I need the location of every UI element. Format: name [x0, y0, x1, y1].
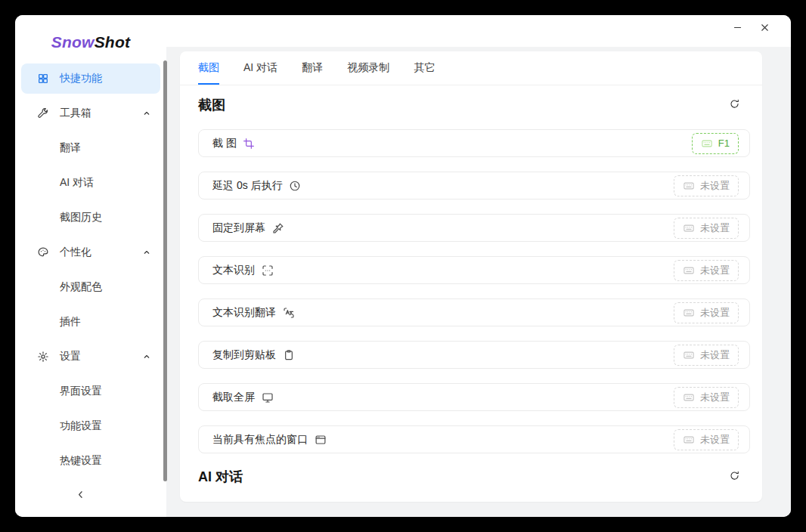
- tab-screenshot[interactable]: 截图: [198, 61, 219, 85]
- refresh-icon: [729, 98, 740, 112]
- section-title: AI 对话: [198, 468, 243, 486]
- titlebar[interactable]: [166, 15, 791, 47]
- hotkey-value: 未设置: [700, 179, 730, 193]
- hotkey-badge-ocr-translate[interactable]: 未设置: [674, 302, 739, 323]
- hotkey-value: 未设置: [700, 264, 730, 277]
- section-header-ai-chat: AI 对话: [198, 468, 742, 486]
- sidebar: SnowShot 快捷功能工具箱翻译AI 对话截图历史个性化外观配色插件设置界面…: [15, 15, 166, 517]
- sidebar-scrollbar[interactable]: [163, 60, 167, 481]
- hotkey-row-delayed-capture[interactable]: 延迟 0s 后执行未设置: [198, 172, 750, 200]
- hotkey-badge-focused-window[interactable]: 未设置: [674, 429, 739, 450]
- hotkey-row-label: 当前具有焦点的窗口: [212, 433, 308, 447]
- hotkey-value: 未设置: [700, 391, 730, 404]
- sidebar-item-plugins[interactable]: 插件: [21, 307, 160, 337]
- sidebar-item-label: 热键设置: [60, 454, 102, 468]
- sidebar-item-screenshot-history[interactable]: 截图历史: [21, 203, 160, 233]
- keyboard-icon: [683, 434, 695, 446]
- minimize-button[interactable]: [732, 22, 752, 40]
- chevron-up-icon[interactable]: [142, 352, 151, 361]
- close-button[interactable]: [759, 22, 779, 40]
- refresh-icon: [729, 470, 740, 484]
- gear-icon: [36, 350, 50, 363]
- hotkey-row-label: 固定到屏幕: [212, 221, 265, 235]
- monitor-icon: [261, 391, 274, 404]
- hotkey-badge-copy-clipboard[interactable]: 未设置: [674, 345, 739, 366]
- keyboard-icon: [683, 180, 695, 192]
- sidebar-item-label: 快捷功能: [60, 72, 102, 85]
- collapse-sidebar-button[interactable]: [75, 489, 105, 512]
- palette-icon: [36, 246, 50, 259]
- ocr-translate-icon: [282, 306, 295, 319]
- keyboard-icon: [683, 391, 695, 404]
- sidebar-item-label: 翻译: [60, 141, 81, 155]
- hotkey-value: 未设置: [700, 433, 730, 447]
- pin-icon: [271, 221, 284, 234]
- keyboard-icon: [683, 349, 695, 361]
- tab-video-record[interactable]: 视频录制: [347, 61, 389, 85]
- sidebar-footer: [15, 484, 164, 517]
- chevron-up-icon[interactable]: [142, 248, 151, 257]
- refresh-hotkeys-button[interactable]: [726, 469, 742, 485]
- screen-background: 截图AI 对话翻译视频录制其它 截图截 图F1延迟 0s 后执行未设置固定到屏幕…: [0, 0, 806, 532]
- tab-other[interactable]: 其它: [414, 61, 435, 85]
- hotkey-row-label: 复制到剪贴板: [212, 348, 276, 362]
- sidebar-item-toolbox[interactable]: 工具箱: [21, 98, 160, 128]
- hotkey-value: 未设置: [700, 348, 730, 362]
- chevron-up-icon[interactable]: [142, 109, 151, 118]
- sidebar-item-personalization[interactable]: 个性化: [21, 237, 160, 268]
- sidebar-item-label: 外观配色: [60, 280, 102, 294]
- sidebar-item-label: 截图历史: [60, 211, 102, 224]
- minimize-icon: [732, 22, 752, 40]
- main-content-area: 截图AI 对话翻译视频录制其它 截图截 图F1延迟 0s 后执行未设置固定到屏幕…: [166, 47, 791, 517]
- chevron-left-icon: [75, 489, 105, 512]
- grid-icon: [36, 72, 50, 85]
- sidebar-item-label: 设置: [60, 350, 81, 363]
- snowshot-window: 截图AI 对话翻译视频录制其它 截图截 图F1延迟 0s 后执行未设置固定到屏幕…: [15, 15, 791, 517]
- hotkey-row-label: 截 图: [212, 137, 237, 150]
- tool-icon: [36, 107, 50, 120]
- sidebar-item-ai-chat[interactable]: AI 对话: [21, 168, 160, 198]
- keyboard-icon: [683, 307, 695, 319]
- hotkey-row-focused-window[interactable]: 当前具有焦点的窗口未设置: [198, 425, 750, 453]
- sidebar-item-function-settings[interactable]: 功能设置: [21, 411, 160, 441]
- clipboard-icon: [282, 348, 295, 361]
- hotkey-badge-delayed-capture[interactable]: 未设置: [674, 175, 739, 196]
- hotkey-row-ocr[interactable]: 文本识别未设置: [198, 256, 750, 284]
- hotkey-badge-capture[interactable]: F1: [692, 133, 739, 154]
- sidebar-item-label: 插件: [60, 315, 81, 329]
- sidebar-item-label: 界面设置: [60, 385, 102, 398]
- crop-icon: [243, 137, 256, 150]
- refresh-hotkeys-button[interactable]: [726, 97, 742, 113]
- hotkey-badge-pin-to-screen[interactable]: 未设置: [674, 218, 739, 239]
- tab-translate[interactable]: 翻译: [302, 61, 323, 85]
- hotkey-settings-card: 截图AI 对话翻译视频录制其它 截图截 图F1延迟 0s 后执行未设置固定到屏幕…: [180, 51, 762, 502]
- sidebar-item-label: 个性化: [60, 246, 91, 259]
- hotkey-row-label: 延迟 0s 后执行: [212, 179, 283, 193]
- hotkey-value: 未设置: [700, 306, 730, 320]
- hotkey-row-label: 文本识别: [212, 264, 255, 277]
- hotkey-row-capture[interactable]: 截 图F1: [198, 129, 750, 157]
- sidebar-item-settings[interactable]: 设置: [21, 342, 160, 372]
- sidebar-item-ui-settings[interactable]: 界面设置: [21, 376, 160, 407]
- hotkey-badge-full-screen[interactable]: 未设置: [674, 387, 739, 408]
- sidebar-item-appearance-color[interactable]: 外观配色: [21, 272, 160, 302]
- app-logo: SnowShot: [15, 15, 166, 59]
- sidebar-item-label: AI 对话: [60, 176, 94, 190]
- hotkey-value: F1: [718, 138, 730, 149]
- hotkey-row-label: 文本识别翻译: [212, 306, 276, 320]
- sidebar-item-hotkey-settings[interactable]: 热键设置: [21, 446, 160, 476]
- hotkey-row-full-screen[interactable]: 截取全屏未设置: [198, 383, 750, 411]
- sidebar-item-translate[interactable]: 翻译: [21, 133, 160, 163]
- hotkey-row-label: 截取全屏: [212, 391, 255, 404]
- hotkey-row-ocr-translate[interactable]: 文本识别翻译未设置: [198, 298, 750, 326]
- sidebar-menu: 快捷功能工具箱翻译AI 对话截图历史个性化外观配色插件设置界面设置功能设置热键设…: [15, 59, 166, 476]
- sidebar-item-quick-actions[interactable]: 快捷功能: [21, 63, 160, 94]
- hotkey-row-pin-to-screen[interactable]: 固定到屏幕未设置: [198, 214, 750, 242]
- section-title: 截图: [198, 96, 225, 114]
- tab-ai-chat[interactable]: AI 对话: [243, 61, 277, 85]
- sidebar-item-label: 工具箱: [60, 107, 91, 120]
- hotkey-row-copy-clipboard[interactable]: 复制到剪贴板未设置: [198, 341, 750, 369]
- ocr-icon: [261, 264, 274, 277]
- section-header-screenshot: 截图: [198, 96, 742, 114]
- hotkey-badge-ocr[interactable]: 未设置: [674, 260, 739, 281]
